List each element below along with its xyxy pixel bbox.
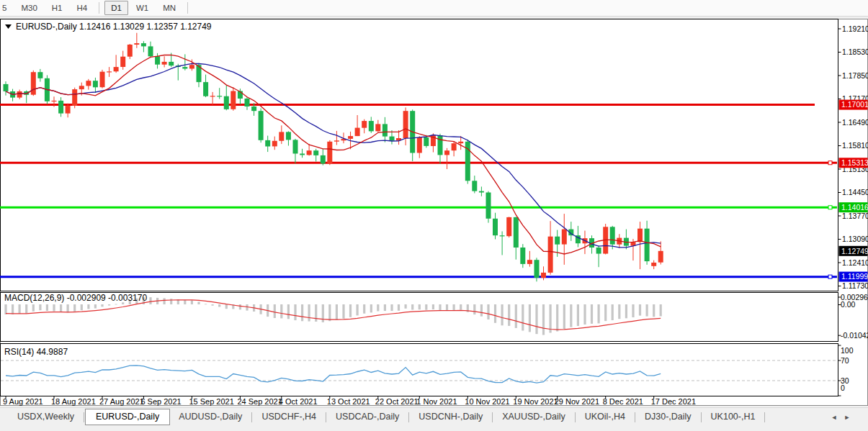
svg-text:1.14450: 1.14450 [842,188,868,196]
tab-scroll-right-icon[interactable]: ► [842,413,852,422]
svg-text:1.15810: 1.15810 [842,141,868,150]
svg-text:70: 70 [841,356,849,365]
svg-text:17 Dec 2021: 17 Dec 2021 [651,397,696,406]
rsi-label: RSI(14) 44.9887 [4,347,68,357]
tab-eurusd-daily[interactable]: EURUSD-,Daily [85,409,170,425]
svg-text:-0.010423: -0.010423 [841,331,868,340]
svg-text:1.16490: 1.16490 [842,118,868,127]
svg-text:1.11730: 1.11730 [842,281,868,290]
svg-text:1.11999: 1.11999 [841,272,868,281]
trading-terminal: { "toolbar": { "items": ["5","M30","H1",… [0,0,868,431]
tab-separator [635,412,635,422]
date-axis: 9 Aug 202118 Aug 202127 Aug 20216 Sep 20… [3,396,696,407]
svg-text:1.18530: 1.18530 [842,47,868,56]
svg-text:9 Aug 2021: 9 Aug 2021 [3,397,43,406]
tab-usdcnh-daily[interactable]: USDCNH-,Daily [410,409,491,425]
svg-text:1.12749: 1.12749 [841,247,868,255]
hline-handle[interactable] [828,161,832,165]
tab-separator [701,412,702,422]
svg-text:1.13090: 1.13090 [842,235,868,243]
svg-text:27 Aug 2021: 27 Aug 2021 [99,397,144,406]
svg-text:10 Nov 2021: 10 Nov 2021 [465,397,509,406]
tab-separator [492,412,493,422]
svg-text:13 Oct 2021: 13 Oct 2021 [327,397,370,406]
svg-text:100: 100 [841,346,854,355]
status-bar [0,426,868,431]
rsi-panel [1,344,838,396]
svg-text:1.17001: 1.17001 [841,100,868,109]
hline-handle[interactable] [828,275,832,278]
svg-text:1.14016: 1.14016 [841,203,868,212]
svg-text:1.13770: 1.13770 [842,212,868,220]
tab-separator [84,412,84,422]
tab-ukoil-h4[interactable]: UKOil-,H4 [576,409,634,425]
tab-xauusd-daily[interactable]: XAUUSD-,Daily [493,409,574,425]
tab-usdx-weekly[interactable]: USDX,Weekly [9,409,83,425]
svg-text:1.12410: 1.12410 [842,258,868,267]
tab-separator [408,412,409,422]
tab-separator [575,412,576,422]
macd-label: MACD(12,26,9) -0.002909 -0.003170 [4,293,147,303]
chart-tabbar: USDX,WeeklyEURUSD-,DailyAUDUSD-,DailyUSD… [0,407,868,426]
chart-canvas[interactable]: 1.192101.185301.178501.171701.164901.158… [0,0,868,431]
hline-price-label: 1.14016 [839,202,868,212]
tab-separator [764,412,765,422]
hline-price-label: 1.15313 [839,158,868,168]
chart-title: EURUSD-,Daily 1.12416 1.13029 1.12357 1.… [5,22,212,32]
svg-text:4 Oct 2021: 4 Oct 2021 [279,397,318,406]
tab-separator [251,412,252,422]
tab-usdcad-daily[interactable]: USDCAD-,Daily [327,409,408,425]
svg-text:1.15313: 1.15313 [841,158,868,167]
current-price-label: 1.12749 [839,246,868,256]
tab-separator [326,412,326,422]
tab-scroll-left-icon[interactable]: ◄ [829,413,839,422]
hline-handle[interactable] [828,206,832,209]
svg-text:18 Aug 2021: 18 Aug 2021 [51,397,96,406]
tab-dj30-daily[interactable]: DJ30-,Daily [636,409,700,425]
svg-text:19 Nov 2021: 19 Nov 2021 [513,397,558,406]
svg-text:1 Nov 2021: 1 Nov 2021 [416,397,457,406]
svg-text:EURUSD-,Daily 1.12416 1.13029: EURUSD-,Daily 1.12416 1.13029 1.12357 1.… [16,22,212,32]
svg-text:1.19210: 1.19210 [842,24,868,33]
svg-text:6 Sep 2021: 6 Sep 2021 [140,397,181,406]
hline-price-label: 1.17001 [839,100,868,110]
svg-text:1.17850: 1.17850 [842,71,868,80]
svg-text:8 Dec 2021: 8 Dec 2021 [603,397,643,406]
svg-text:24 Sep 2021: 24 Sep 2021 [237,397,282,406]
tab-audusd-daily[interactable]: AUDUSD-,Daily [170,409,251,425]
svg-text:0.00: 0.00 [841,300,856,309]
svg-text:0: 0 [841,384,845,392]
svg-text:15 Sep 2021: 15 Sep 2021 [189,397,233,406]
tab-uk100-h1[interactable]: UK100-,H1 [702,409,764,425]
tab-usdchf-h4[interactable]: USDCHF-,H4 [253,409,325,425]
hline-price-label: 1.11999 [839,272,868,282]
svg-text:29 Nov 2021: 29 Nov 2021 [555,397,599,406]
svg-text:22 Oct 2021: 22 Oct 2021 [375,397,419,406]
